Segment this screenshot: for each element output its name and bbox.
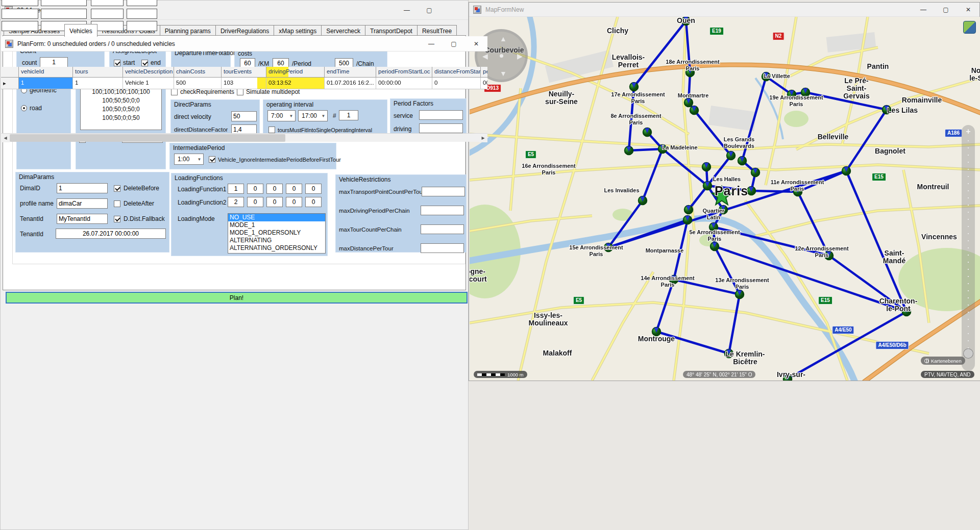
loading-function-value[interactable] bbox=[286, 184, 302, 194]
cell-tourEvents[interactable]: 103 bbox=[222, 78, 266, 89]
minimize-icon[interactable]: — bbox=[420, 36, 443, 51]
minimize-icon[interactable]: — bbox=[396, 1, 418, 19]
cell-vehicleDescription[interactable]: Vehicle 1 bbox=[123, 78, 174, 89]
loading-function-value[interactable] bbox=[266, 197, 283, 207]
loading-mode-option[interactable]: ALTERNATING_ORDERSONLY bbox=[228, 244, 325, 252]
restriction-input[interactable] bbox=[421, 224, 464, 234]
scroll-left-icon[interactable]: ◀ bbox=[1, 134, 10, 142]
maximize-icon[interactable]: ▢ bbox=[935, 3, 957, 16]
close-icon[interactable]: ✕ bbox=[465, 36, 487, 51]
chevron-down-icon[interactable]: ▼ bbox=[320, 114, 327, 118]
loading-function-value[interactable] bbox=[228, 197, 244, 207]
cell-drivingPeriod[interactable]: 03:13:52 bbox=[266, 78, 325, 89]
column-header-drivingPeriod[interactable]: drivingPeriod bbox=[266, 67, 325, 78]
cell-distanceFromStartL[interactable]: 0 bbox=[432, 78, 481, 89]
row-selector-cell[interactable]: ▸ bbox=[1, 78, 19, 89]
overview-map-icon[interactable] bbox=[963, 21, 976, 34]
pan-left-icon[interactable]: ◀ bbox=[482, 52, 488, 60]
road-radio[interactable] bbox=[21, 105, 27, 111]
column-header-endTime[interactable]: endTime bbox=[325, 67, 376, 78]
minimize-icon[interactable]: — bbox=[912, 3, 935, 16]
dima-row-input[interactable] bbox=[57, 214, 108, 224]
cell-chainCosts[interactable]: 500 bbox=[174, 78, 222, 89]
dima-check[interactable]: D.Dist.Fallback bbox=[114, 211, 165, 226]
dima-check-box[interactable] bbox=[114, 216, 120, 222]
loading-function-value[interactable] bbox=[286, 197, 302, 207]
dima-check[interactable]: DeleteAfter bbox=[114, 196, 165, 211]
restriction-input[interactable] bbox=[421, 243, 464, 253]
dima-date-input[interactable] bbox=[56, 229, 166, 239]
loading-function-value[interactable] bbox=[247, 184, 263, 194]
radio-road[interactable]: road bbox=[21, 105, 42, 112]
horizontal-scrollbar[interactable]: ◀ ▶ bbox=[1, 133, 487, 142]
cell-endTime[interactable]: 01.07.2016 16:2... bbox=[325, 78, 376, 89]
pan-down-icon[interactable]: ▼ bbox=[500, 69, 507, 78]
dima-row-input[interactable] bbox=[57, 198, 108, 209]
dima-check-box[interactable] bbox=[114, 185, 120, 192]
column-header-vehicleDescription[interactable]: vehicleDescription bbox=[123, 67, 174, 78]
zoom-handle[interactable] bbox=[963, 348, 973, 359]
cell-periodFromStartLoc[interactable]: 00:00:00 bbox=[376, 78, 432, 89]
restriction-input[interactable] bbox=[422, 187, 465, 196]
count-input[interactable] bbox=[40, 57, 68, 67]
loading-function-value[interactable] bbox=[305, 184, 322, 194]
loading-function-value[interactable] bbox=[305, 197, 322, 207]
column-header-tourEvents[interactable]: tourEvents bbox=[222, 67, 266, 78]
scrollbar-thumb[interactable] bbox=[10, 134, 285, 142]
pan-right-icon[interactable]: ▶ bbox=[517, 52, 523, 60]
end-checkbox-box[interactable] bbox=[141, 60, 148, 66]
loading-mode-option[interactable]: ALTERNATING bbox=[228, 237, 325, 244]
driving-input[interactable] bbox=[419, 123, 463, 133]
layers-button[interactable]: Kartenebenen bbox=[921, 357, 965, 365]
service-input[interactable] bbox=[419, 110, 463, 120]
ignore-intermediate-box[interactable] bbox=[209, 156, 215, 163]
loading-function-value[interactable] bbox=[247, 197, 263, 207]
chevron-down-icon[interactable]: ▼ bbox=[287, 114, 295, 118]
column-header-chainCosts[interactable]: chainCosts bbox=[174, 67, 222, 78]
capacities-listbox[interactable]: 100;100;100;100;100100;50;50;0;0100;50;0… bbox=[80, 85, 162, 130]
zoom-track[interactable] bbox=[968, 140, 969, 355]
loading-function-value[interactable] bbox=[266, 184, 283, 194]
cell-pe[interactable]: 00 bbox=[481, 78, 488, 89]
ignore-intermediate-checkbox[interactable]: Vehicle_IgnoreIntermediatePeriodBeforeFi… bbox=[209, 156, 341, 163]
interval-from-combo[interactable]: 7:00▼ bbox=[267, 110, 296, 121]
grid-data-row[interactable]: ▸ 11Vehicle 150010303:13:5201.07.2016 16… bbox=[1, 78, 487, 89]
column-header-pe[interactable]: pe bbox=[481, 67, 488, 78]
column-header-periodFromStartLoc[interactable]: periodFromStartLoc bbox=[376, 67, 432, 78]
check-requirements-box[interactable] bbox=[171, 89, 178, 95]
loading-mode-option[interactable]: NO_USE bbox=[228, 214, 325, 221]
close-icon[interactable]: ✕ bbox=[957, 3, 979, 16]
pan-up-icon[interactable]: ▲ bbox=[500, 35, 507, 43]
check-requirements[interactable]: checkRequirements bbox=[171, 88, 234, 95]
cell-tours[interactable]: 1 bbox=[73, 78, 123, 89]
column-header-vehicleId[interactable]: vehicleId bbox=[19, 67, 73, 78]
column-header-tours[interactable]: tours bbox=[73, 67, 123, 78]
scroll-right-icon[interactable]: ▶ bbox=[479, 134, 487, 142]
end-checkbox[interactable]: end bbox=[141, 59, 161, 66]
start-checkbox-box[interactable] bbox=[114, 60, 120, 66]
restriction-input[interactable] bbox=[421, 206, 464, 215]
interval-count-input[interactable] bbox=[339, 110, 358, 120]
interval-to-combo[interactable]: 17:00▼ bbox=[298, 110, 328, 121]
zoom-in-icon[interactable]: + bbox=[962, 127, 975, 136]
tab-vehicles[interactable]: Vehicles bbox=[64, 24, 97, 37]
pan-center-dot[interactable] bbox=[500, 54, 503, 58]
loading-function-value[interactable] bbox=[228, 184, 244, 194]
loading-mode-option[interactable]: MODE_1_ORDERSONLY bbox=[228, 229, 325, 237]
map-canvas[interactable]: ClichyOuenCourbevoieLevallois-PerretNeui… bbox=[470, 17, 980, 381]
maximize-icon[interactable]: ▢ bbox=[443, 36, 465, 51]
simulate-multidepot[interactable]: Simulate multidepot bbox=[237, 88, 300, 95]
dima-row-input[interactable] bbox=[57, 183, 108, 193]
dima-check[interactable]: DeleteBefore bbox=[114, 181, 165, 196]
loading-mode-listbox[interactable]: NO_USEMODE_1MODE_1_ORDERSONLYALTERNATING… bbox=[228, 213, 326, 254]
column-header-distanceFromStartL[interactable]: distanceFromStartL bbox=[432, 67, 481, 78]
plan-button[interactable]: Plan! bbox=[6, 292, 468, 304]
direct-velocity-input[interactable] bbox=[231, 111, 257, 121]
tours-must-fit-checkbox[interactable]: toursMustFitIntoSingleOperatingInterval bbox=[268, 127, 372, 133]
cell-vehicleId[interactable]: 1 bbox=[19, 78, 73, 89]
loading-mode-option[interactable]: MODE_1 bbox=[228, 221, 325, 229]
tours-must-fit-box[interactable] bbox=[268, 127, 275, 133]
maximize-icon[interactable]: ▢ bbox=[418, 1, 440, 19]
dima-check-box[interactable] bbox=[114, 200, 120, 207]
intermediate-period-combo[interactable]: 1:00▼ bbox=[174, 154, 204, 165]
